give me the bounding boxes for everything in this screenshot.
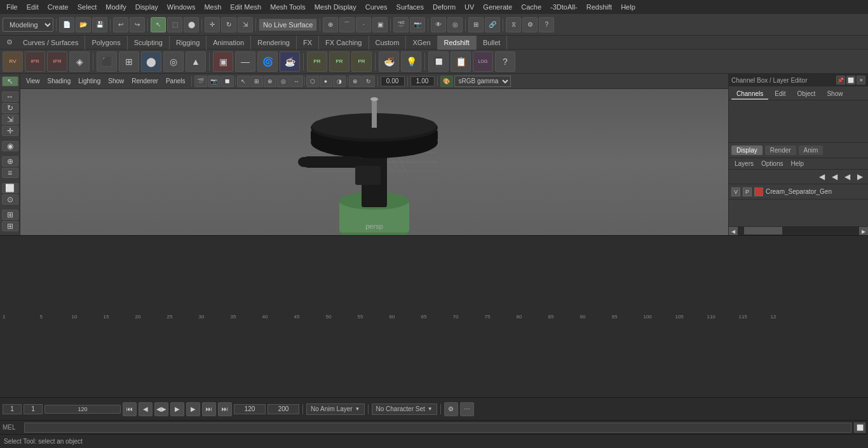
shelf-icon-help[interactable]: ? xyxy=(495,51,515,72)
viewport-canvas[interactable]: persp xyxy=(20,89,728,235)
vp-show-menu[interactable]: Show xyxy=(105,77,127,85)
shelf-tab-redshift[interactable]: Redshift xyxy=(438,36,477,50)
next-frame-button[interactable]: ▶ xyxy=(186,402,200,416)
no-live-surface-label[interactable]: No Live Surface xyxy=(259,18,317,31)
shelf-icon-icon1[interactable]: ◈ xyxy=(69,51,90,72)
menu-curves[interactable]: Curves xyxy=(362,2,391,12)
mel-expand-button[interactable]: ⬜ xyxy=(854,423,865,433)
layer-add-button[interactable]: ◀ xyxy=(816,171,827,182)
snap-together-button[interactable]: ⊕ xyxy=(2,156,18,166)
layer-name-cream-separator[interactable]: Cream_Separator_Gen xyxy=(766,188,865,195)
anim-settings-button[interactable]: ⚙ xyxy=(444,402,458,416)
menu-edit-mesh[interactable]: Edit Mesh xyxy=(226,2,265,12)
frame-current-input[interactable] xyxy=(24,404,43,414)
menu-windows[interactable]: Windows xyxy=(163,2,200,12)
select-mode-button[interactable]: ↖ xyxy=(2,76,18,86)
settings-button[interactable]: ⚙ xyxy=(522,17,538,32)
snap-point-button[interactable]: · xyxy=(356,17,371,32)
shelf-tab-polygons[interactable]: Polygons xyxy=(85,36,127,50)
vp-lighting-menu[interactable]: Lighting xyxy=(75,77,104,85)
anim-options-button[interactable]: ⋯ xyxy=(460,402,474,416)
shelf-gear-icon[interactable]: ⚙ xyxy=(3,36,17,50)
snap-grid-button[interactable]: ⊕ xyxy=(323,17,338,32)
frame-end-input[interactable] xyxy=(234,404,266,414)
snap-surface-button[interactable]: ▣ xyxy=(372,17,388,32)
menu-mesh[interactable]: Mesh xyxy=(200,2,225,12)
constraint-button[interactable]: 🔗 xyxy=(485,17,500,32)
vp-panels-menu[interactable]: Panels xyxy=(163,77,189,85)
shelf-icon-teapot[interactable]: ☕ xyxy=(280,51,300,72)
vp-tool-6[interactable]: ⊕ xyxy=(264,76,276,87)
question-button[interactable]: ? xyxy=(539,17,554,32)
timeline-numbers[interactable]: 1 5 10 15 20 25 30 35 40 45 50 55 60 xyxy=(0,235,868,397)
shelf-icon-torus[interactable]: ◎ xyxy=(163,51,184,72)
shelf-icon-rv[interactable]: RV xyxy=(3,51,23,72)
shelf-icon-dash[interactable]: — xyxy=(235,51,255,72)
select-tool-button[interactable]: ↖ xyxy=(151,17,166,32)
new-file-button[interactable]: 📄 xyxy=(59,17,74,32)
shelf-tab-fx[interactable]: FX xyxy=(297,36,319,50)
cb-tab-show[interactable]: Show xyxy=(822,89,848,100)
shelf-icon-cube2[interactable]: ▣ xyxy=(213,51,233,72)
play-forward-button[interactable]: ▶ xyxy=(170,402,184,416)
rp-scroll-right[interactable]: ▶ xyxy=(859,227,868,235)
menu-file[interactable]: File xyxy=(3,2,22,12)
align-button[interactable]: ≡ xyxy=(2,168,18,178)
shelf-tab-fx-caching[interactable]: FX Caching xyxy=(319,36,369,50)
shelf-icon-cone[interactable]: ▲ xyxy=(186,51,206,72)
menu-display[interactable]: Display xyxy=(132,2,162,12)
shelf-icon-light[interactable]: 💡 xyxy=(401,51,421,72)
region-select-button[interactable]: ⬜ xyxy=(2,183,18,193)
shelf-tab-rigging[interactable]: Rigging xyxy=(170,36,207,50)
shelf-icon-sphere[interactable]: ⬤ xyxy=(141,51,161,72)
layer-menu-options[interactable]: Options xyxy=(758,160,786,168)
paint-select-button[interactable]: ⊙ xyxy=(2,194,18,205)
play-back-button[interactable]: ◀▶ xyxy=(154,402,168,416)
shelf-icon-pr3[interactable]: PR xyxy=(351,51,372,72)
shelf-icon-bowl[interactable]: 🍜 xyxy=(379,51,399,72)
show-manip-button[interactable]: ⊞ xyxy=(2,210,18,220)
menu-redshift[interactable]: Redshift xyxy=(583,2,616,12)
shelf-tab-rendering[interactable]: Rendering xyxy=(251,36,297,50)
shelf-tab-bullet[interactable]: Bullet xyxy=(477,36,508,50)
cb-tab-object[interactable]: Object xyxy=(792,89,821,100)
shelf-icon-pr1[interactable]: PR xyxy=(307,51,327,72)
isolate-button[interactable]: ◎ xyxy=(447,17,463,32)
shelf-icon-lattice[interactable]: ⊞ xyxy=(119,51,139,72)
vp-tool-5[interactable]: ⊞ xyxy=(250,76,263,87)
history-button[interactable]: ⧖ xyxy=(506,17,521,32)
menu-help[interactable]: Help xyxy=(617,2,639,12)
menu-generate[interactable]: Generate xyxy=(479,2,516,12)
frame-range-bar[interactable]: 120 xyxy=(44,405,121,414)
redo-button[interactable]: ↪ xyxy=(130,17,145,32)
layer-tab-display[interactable]: Display xyxy=(731,146,763,155)
layer-tab-anim[interactable]: Anim xyxy=(799,146,824,155)
prev-keyframe-button[interactable]: ⏮ xyxy=(123,402,137,416)
move-tool-button[interactable]: ✛ xyxy=(205,17,220,32)
shelf-icon-ipr2[interactable]: IPR xyxy=(47,51,67,72)
rotate-mode-button[interactable]: ↻ xyxy=(2,103,18,113)
vp-tool-2[interactable]: 📷 xyxy=(208,76,220,87)
rp-scroll-track[interactable] xyxy=(738,227,859,235)
menu-3dtoll[interactable]: -3DtoAll- xyxy=(546,2,581,12)
rp-lock-button[interactable]: 📌 xyxy=(836,76,845,85)
layer-color-swatch[interactable] xyxy=(754,187,763,196)
cb-tab-edit[interactable]: Edit xyxy=(770,89,790,100)
scale-tool-button[interactable]: ⇲ xyxy=(238,17,253,32)
menu-select[interactable]: Select xyxy=(74,2,101,12)
char-set-dropdown[interactable]: No Character Set ▼ xyxy=(372,404,437,415)
ipr-button[interactable]: 📷 xyxy=(410,17,425,32)
menu-uv[interactable]: UV xyxy=(461,2,478,12)
vp-view-menu[interactable]: View xyxy=(23,77,43,85)
scale-mode-button[interactable]: ⇲ xyxy=(2,114,18,125)
universal-manip-button[interactable]: ✛ xyxy=(2,126,18,136)
shelf-icon-pr2[interactable]: PR xyxy=(329,51,349,72)
layer-options-button[interactable]: ◀ xyxy=(841,171,853,182)
prev-frame-button[interactable]: ◀ xyxy=(139,402,153,416)
menu-mesh-display[interactable]: Mesh Display xyxy=(311,2,360,12)
vp-tool-3[interactable]: 🔲 xyxy=(221,76,234,87)
vp-shading-menu[interactable]: Shading xyxy=(44,77,74,85)
rp-close-button[interactable]: ✕ xyxy=(857,76,865,85)
shelf-icon-mat1[interactable]: 🔲 xyxy=(428,51,449,72)
frame-start-input[interactable] xyxy=(3,404,22,414)
